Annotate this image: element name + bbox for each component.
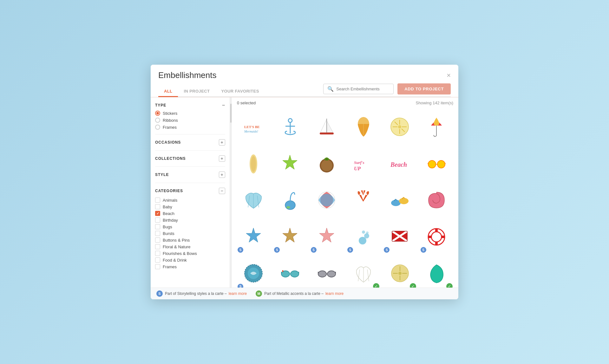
svg-text:LET'S BE: LET'S BE [244, 125, 260, 129]
occasions-toggle[interactable]: + [219, 139, 225, 146]
item-gold-starfish[interactable]: S [273, 219, 307, 254]
tab-in-project[interactable]: IN PROJECT [178, 86, 215, 97]
item-beach-ball[interactable] [310, 183, 344, 218]
svg-point-36 [285, 201, 295, 210]
cat-bugs[interactable]: Bugs [155, 224, 225, 229]
item-coral[interactable] [346, 183, 381, 218]
cat-floral-nature[interactable]: Floral & Nature [155, 244, 225, 249]
radio-frames-label: Frames [163, 125, 177, 130]
type-section-header: TYPE − [155, 102, 225, 108]
cat-animals[interactable]: Animals [155, 198, 225, 203]
item-sunglasses-round[interactable] [419, 146, 454, 181]
item-dive-flag[interactable]: S [383, 219, 417, 254]
modal-body: TYPE − Stickers Ribbons Frames [151, 97, 458, 288]
svg-point-47 [366, 231, 369, 234]
add-to-project-button[interactable]: ADD TO PROJECT [397, 83, 451, 94]
radio-ribbons-label: Ribbons [163, 118, 178, 123]
svg-point-45 [364, 233, 369, 238]
item-bubbles[interactable]: S [346, 219, 381, 254]
item-snorkel[interactable] [273, 183, 307, 218]
badge-s-bubbles: S [347, 247, 353, 253]
item-sailboat[interactable] [310, 110, 344, 144]
svg-point-12 [398, 125, 401, 128]
tab-your-favorites[interactable]: YOUR FAVORITES [215, 86, 265, 97]
badge-check-white-shell: ✓ [373, 283, 379, 288]
cat-buttons-pins[interactable]: Buttons & Pins [155, 237, 225, 243]
type-toggle-icon[interactable]: − [222, 102, 225, 108]
item-umbrella[interactable] [419, 110, 454, 144]
cat-flourishes-bows[interactable]: Flourishes & Bows [155, 251, 225, 256]
modal-header: Embellishments × ALL IN PROJECT YOUR FAV… [151, 65, 458, 97]
item-surfboard[interactable] [236, 146, 271, 181]
type-label: TYPE [155, 103, 166, 107]
item-surfs-up[interactable]: Surf'sUP [346, 146, 381, 181]
style-header[interactable]: STYLE + [155, 169, 225, 180]
svg-point-37 [286, 206, 290, 209]
cat-baby-check [155, 204, 160, 209]
item-beach-text[interactable]: Beach [383, 146, 417, 181]
item-shell-cone[interactable] [346, 110, 381, 144]
cat-flourishes-bows-label: Flourishes & Bows [163, 251, 197, 256]
content-area: 0 selected Showing 142 item(s) LET'S BEM… [232, 97, 458, 288]
tab-all[interactable]: ALL [158, 86, 178, 97]
categories-toggle[interactable]: − [219, 188, 225, 194]
storytelling-learn-more-link[interactable]: learn more [229, 291, 247, 296]
radio-frames[interactable]: Frames [155, 125, 225, 130]
svg-line-32 [445, 163, 445, 164]
cat-bursts[interactable]: Bursts [155, 231, 225, 236]
item-pink-starfish[interactable]: S [310, 219, 344, 254]
cat-bursts-check [155, 231, 160, 236]
svg-marker-5 [320, 119, 327, 133]
item-mermaids[interactable]: LET'S BEMermaids! [236, 110, 271, 144]
categories-header[interactable]: CATEGORIES − [155, 185, 225, 196]
cat-birthday[interactable]: Birthday [155, 218, 225, 223]
categories-list: Animals Baby Beach Birthday [155, 196, 225, 269]
item-starfish[interactable] [273, 146, 307, 181]
search-input[interactable] [336, 87, 390, 91]
items-grid: LET'S BEMermaids! [232, 108, 458, 288]
item-teal-sunglasses[interactable] [273, 256, 307, 288]
badge-s-life-preserver: S [421, 247, 426, 253]
item-life-preserver[interactable]: S [419, 219, 454, 254]
cat-birthday-check [155, 218, 160, 223]
item-flip-flops[interactable] [383, 183, 417, 218]
svg-point-53 [431, 232, 442, 242]
search-icon: 🔍 [327, 86, 334, 92]
item-teal-shell[interactable]: ✓ [419, 256, 454, 288]
item-white-shell[interactable]: ✓ [346, 256, 381, 288]
badge-check-sand-dollar: ✓ [410, 283, 416, 288]
modal-footer: S Part of Storytelling styles a la carte… [151, 288, 458, 299]
cat-baby[interactable]: Baby [155, 204, 225, 209]
radio-stickers-circle [155, 111, 160, 116]
collections-toggle[interactable]: + [219, 155, 225, 162]
badge-check-teal-shell: ✓ [446, 283, 453, 288]
cat-buttons-pins-check [155, 237, 160, 243]
item-sand-dollar-2[interactable]: ✓ [383, 256, 417, 288]
cat-bugs-check [155, 224, 160, 229]
cat-beach[interactable]: Beach [155, 211, 225, 216]
svg-point-60 [318, 271, 326, 277]
sidebar-scrollbar[interactable] [230, 97, 232, 288]
cat-frames[interactable]: Frames [155, 264, 225, 269]
style-toggle[interactable]: + [219, 172, 225, 178]
svg-rect-8 [320, 133, 334, 134]
collections-header[interactable]: COLLECTIONS + [155, 153, 225, 164]
item-spiral-shell[interactable] [419, 183, 454, 218]
occasions-header[interactable]: OCCASIONS + [155, 137, 225, 148]
close-button[interactable]: × [447, 72, 451, 79]
cat-flourishes-bows-check [155, 251, 160, 256]
item-sand-dollar[interactable] [383, 110, 417, 144]
radio-stickers[interactable]: Stickers [155, 111, 225, 116]
metallic-learn-more-link[interactable]: learn more [325, 291, 344, 296]
radio-ribbons[interactable]: Ribbons [155, 118, 225, 123]
item-diver-circle[interactable]: S [236, 256, 271, 288]
svg-point-2 [288, 119, 292, 122]
item-gray-sunglasses[interactable] [310, 256, 344, 288]
cat-food-drink[interactable]: Food & Drink [155, 257, 225, 263]
item-coconut[interactable] [310, 146, 344, 181]
svg-point-69 [398, 272, 402, 275]
item-anchor[interactable] [273, 110, 307, 144]
item-scallop-shell[interactable] [236, 183, 271, 218]
svg-rect-59 [282, 270, 283, 272]
item-blue-starfish[interactable]: S [236, 219, 271, 254]
